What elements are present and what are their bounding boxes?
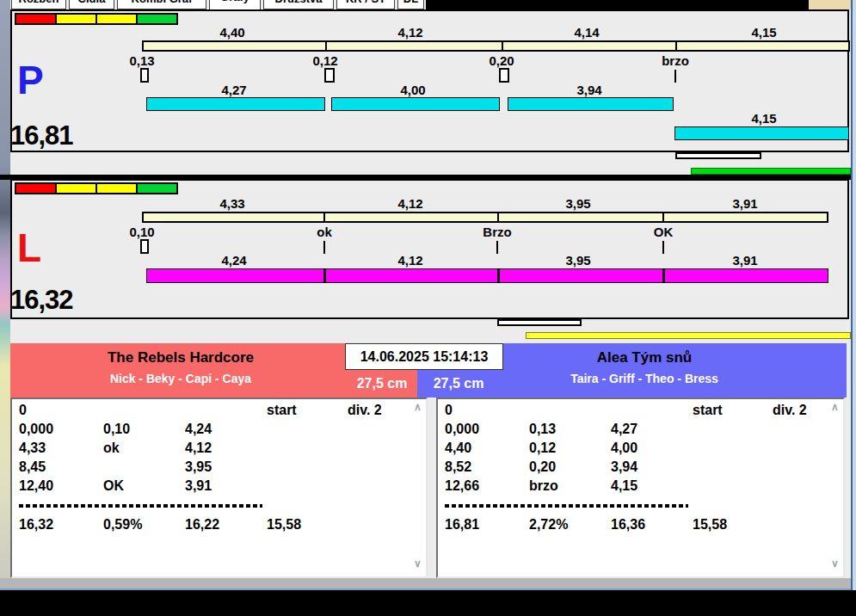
- l-split-label: 3,95: [565, 196, 590, 211]
- legend-yellow-box: [95, 13, 138, 25]
- cell: 0,20: [529, 459, 556, 475]
- split-tick: [497, 213, 499, 222]
- l-crossing-label: OK: [654, 225, 674, 239]
- l-crossing-label: 0,10: [129, 225, 154, 239]
- tabbar-corner: [809, 0, 851, 9]
- bottom-black-strip: [0, 590, 856, 616]
- p-sensor-box: [499, 68, 509, 83]
- run-bar-separator: [323, 268, 326, 283]
- p-split-bar: [142, 40, 850, 52]
- l-split-label: 4,12: [397, 196, 422, 211]
- cell: 3,95: [185, 459, 212, 475]
- cell: 4,00: [611, 440, 637, 456]
- l-status-legend: [15, 182, 178, 194]
- p-lane-letter: P: [17, 60, 44, 100]
- tab-druzstva[interactable]: Družstva: [263, 0, 334, 9]
- p-total-time: 16,81: [10, 120, 73, 151]
- p-split-label: 4,15: [751, 25, 776, 40]
- split-tick: [502, 41, 503, 51]
- cell: 3,91: [185, 478, 212, 494]
- p-sensor-box: [324, 68, 335, 83]
- team-left-members: Nick - Beky - Capi - Caya: [10, 372, 351, 385]
- tab-label: Grafy: [220, 0, 249, 3]
- status-bar: [0, 578, 851, 590]
- p-run-label: 3,94: [576, 83, 601, 97]
- l-split-bar: [142, 212, 828, 223]
- l-lane-letter: L: [17, 228, 41, 268]
- cell: 4,33: [19, 440, 46, 456]
- l-run-bar: [146, 268, 828, 283]
- l-yellow-progress-bar: [526, 332, 851, 339]
- team-left-jump-height: 27,5 cm: [345, 376, 419, 391]
- legend-yellow-box: [55, 182, 97, 194]
- tab-rozbeh[interactable]: Rozběh: [11, 0, 66, 9]
- tab-label: Družstva: [275, 0, 323, 5]
- tab-dl[interactable]: DL: [397, 0, 424, 9]
- scroll-down-icon[interactable]: ∨: [414, 557, 422, 570]
- p-crossing-label: brzo: [662, 53, 689, 68]
- scroll-down-icon[interactable]: ∨: [831, 557, 839, 570]
- l-run-label: 4,12: [397, 253, 422, 268]
- p-crossing-label: 0,20: [489, 53, 514, 68]
- p-run-label: 4,27: [221, 83, 246, 97]
- p-run-label: 4,00: [400, 83, 425, 97]
- start-column-header: start: [267, 403, 297, 418]
- division-column-header: div. 2: [773, 403, 807, 418]
- p-crossing-label: 0,13: [129, 53, 154, 68]
- scroll-up-icon[interactable]: ∧: [414, 401, 422, 413]
- cell: OK: [103, 478, 124, 494]
- cell: 8,52: [445, 459, 471, 475]
- tab-kr-st[interactable]: KR / ST: [336, 0, 395, 9]
- cell: 4,40: [445, 440, 471, 456]
- team-left-result-table[interactable]: [10, 397, 428, 578]
- tab-grafy[interactable]: Grafy: [209, 0, 261, 9]
- team-left-name: The Rebels Hardcore: [10, 349, 351, 367]
- cell: 4,24: [185, 422, 212, 437]
- tab-cidla[interactable]: Čidla: [69, 0, 114, 9]
- cell: 4,12: [185, 440, 212, 456]
- total-time-cell: 16,81: [445, 517, 479, 533]
- legend-green-box: [136, 182, 178, 194]
- team-right-result-table[interactable]: [436, 397, 845, 578]
- tabbar-filler: [426, 0, 809, 9]
- tab-kombi-graf[interactable]: Kombi Graf: [117, 0, 206, 9]
- p-split-label: 4,40: [219, 25, 244, 40]
- run-bar-separator: [497, 268, 500, 283]
- table-divider: [445, 504, 688, 508]
- p-split-label: 4,12: [397, 25, 422, 40]
- net-time-cell: 16,22: [185, 517, 219, 533]
- legend-red-box: [15, 13, 57, 25]
- cell: 0,10: [103, 422, 130, 437]
- p-sensor-tick: [674, 70, 676, 83]
- cell: 0,12: [529, 440, 556, 456]
- legend-yellow-box: [95, 182, 138, 194]
- legend-green-box: [136, 13, 178, 25]
- p-last-run-label: 4,15: [751, 111, 776, 126]
- split-tick: [323, 213, 325, 222]
- split-tick: [675, 41, 677, 51]
- start-column-header: start: [693, 403, 723, 418]
- net-time-cell: 16,36: [611, 517, 645, 533]
- p-run-bar: [674, 126, 849, 140]
- l-sensor-tick: [496, 241, 498, 254]
- p-sensor-box: [140, 68, 149, 83]
- total-time-cell: 16,32: [19, 517, 53, 533]
- background-window-right-sliver: [851, 0, 856, 590]
- p-green-progress-bar: [691, 168, 851, 175]
- legend-red-box: [15, 182, 57, 194]
- p-run-bar: [331, 97, 500, 111]
- p-split-label: 4,14: [574, 25, 599, 40]
- p-run-bar: [508, 97, 674, 111]
- l-split-label: 4,33: [219, 196, 244, 211]
- l-crossing-label: Brzo: [483, 225, 511, 239]
- scroll-up-icon[interactable]: ∧: [831, 401, 839, 413]
- l-run-label: 3,95: [565, 253, 590, 268]
- team-right-members: Taira - Griff - Theo - Bress: [438, 372, 851, 385]
- division-column-header: div. 2: [348, 403, 382, 418]
- background-window-left-sliver: [0, 0, 10, 590]
- team-right-jump-height: 27,5 cm: [427, 376, 490, 391]
- percent-cell: 2,72%: [529, 517, 568, 533]
- l-sensor-box: [140, 239, 149, 254]
- l-sensor-tick: [662, 241, 664, 254]
- reference-time-cell: 15,58: [693, 517, 727, 533]
